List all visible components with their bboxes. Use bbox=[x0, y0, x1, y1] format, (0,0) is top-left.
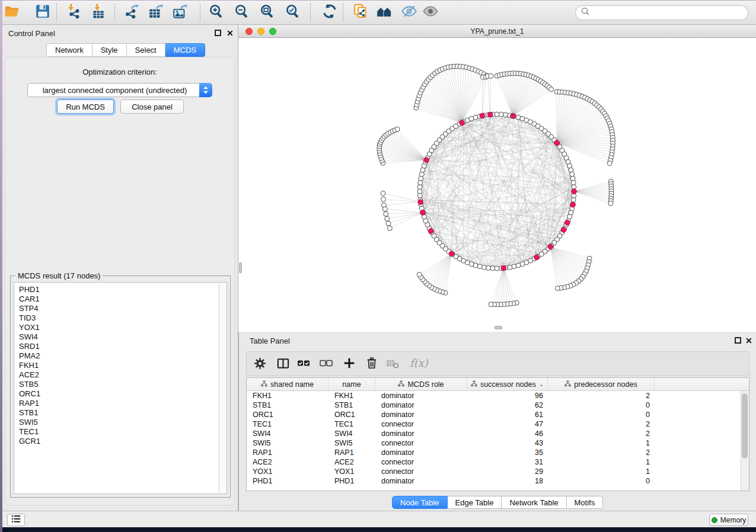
mcds-result-item[interactable]: FKH1 bbox=[19, 361, 218, 370]
table-settings-button[interactable] bbox=[251, 356, 268, 373]
close-panel-button[interactable]: Close panel bbox=[120, 100, 184, 114]
mcds-result-item[interactable]: SRD1 bbox=[19, 342, 218, 351]
tab-mcds[interactable]: MCDS bbox=[165, 43, 205, 57]
network-hscrollbar-thumb[interactable] bbox=[495, 326, 502, 329]
export-image-button[interactable] bbox=[171, 3, 190, 22]
tab-node-table[interactable]: Node Table bbox=[392, 496, 448, 509]
tab-motifs[interactable]: Motifs bbox=[567, 496, 604, 509]
mcds-list-scrollbar[interactable] bbox=[219, 283, 227, 493]
table-row[interactable]: YOX1 YOX1 connector 29 1 bbox=[247, 467, 741, 476]
column-header-mcds-role[interactable]: MCDS role bbox=[375, 378, 467, 390]
mcds-tab-content: Optimization criterion: largest connecte… bbox=[5, 57, 235, 505]
search-field[interactable] bbox=[575, 5, 748, 20]
table-row[interactable]: ORC1 ORC1 dominator 61 0 bbox=[247, 410, 741, 419]
mcds-result-item[interactable]: SWI5 bbox=[19, 418, 218, 427]
task-history-button[interactable] bbox=[7, 514, 25, 526]
mcds-result-item[interactable]: STB5 bbox=[19, 380, 218, 389]
zoom-out-button[interactable] bbox=[232, 3, 251, 22]
memory-label: Memory bbox=[720, 516, 746, 524]
control-panel-tabs: Network Style Select MCDS bbox=[46, 43, 205, 57]
column-header-predecessor-nodes[interactable]: predecessor nodes bbox=[548, 378, 655, 390]
plus-icon bbox=[343, 357, 356, 372]
mcds-result-item[interactable]: RAP1 bbox=[19, 399, 218, 408]
zoom-in-button[interactable] bbox=[207, 3, 226, 22]
mcds-result-item[interactable]: PMA2 bbox=[19, 351, 218, 361]
column-header-shared-name[interactable]: shared name bbox=[247, 378, 328, 390]
table-toolbar: f(x) bbox=[246, 351, 749, 376]
show-all-button[interactable] bbox=[421, 3, 440, 22]
toolbar-separator bbox=[200, 4, 200, 21]
import-table-button[interactable] bbox=[89, 3, 108, 22]
table-row[interactable]: FKH1 FKH1 dominator 96 2 bbox=[247, 391, 741, 400]
eye-slash-icon bbox=[401, 3, 417, 22]
function-builder-button[interactable]: f(x) bbox=[408, 356, 432, 373]
gear-icon bbox=[253, 357, 267, 373]
table-row[interactable]: RAP1 RAP1 dominator 35 2 bbox=[247, 448, 741, 457]
mcds-result-item[interactable]: ACE2 bbox=[19, 370, 218, 380]
mcds-result-item[interactable]: STB1 bbox=[19, 408, 218, 418]
houses-button[interactable] bbox=[375, 3, 394, 22]
table-row[interactable]: ACE2 ACE2 connector 31 1 bbox=[247, 457, 741, 467]
mcds-result-item[interactable]: TID3 bbox=[19, 313, 218, 323]
mcds-result-item[interactable]: YOX1 bbox=[19, 323, 218, 332]
export-network-button[interactable] bbox=[122, 3, 141, 22]
close-panel-icon[interactable]: ✕ bbox=[227, 30, 234, 37]
memory-button[interactable]: Memory bbox=[709, 514, 748, 526]
table-scrollbar[interactable] bbox=[741, 391, 749, 491]
tab-network-table[interactable]: Network Table bbox=[502, 496, 566, 509]
column-header-name[interactable]: name bbox=[328, 378, 375, 390]
table-scrollbar-thumb[interactable] bbox=[742, 393, 748, 459]
mcds-result-list[interactable]: PHD1CAR1STP4TID3YOX1SWI4SRD1PMA2FKH1ACE2… bbox=[14, 283, 218, 493]
mcds-result-item[interactable]: TEC1 bbox=[19, 427, 218, 437]
mcds-result-item[interactable]: PHD1 bbox=[19, 285, 218, 294]
zoom-selected-button[interactable] bbox=[283, 3, 302, 22]
hide-selected-button[interactable] bbox=[400, 3, 419, 22]
tab-style[interactable]: Style bbox=[92, 43, 127, 57]
tab-network[interactable]: Network bbox=[46, 43, 92, 57]
tab-edge-table[interactable]: Edge Table bbox=[448, 496, 502, 509]
mcds-result-item[interactable]: SWI4 bbox=[19, 332, 218, 342]
delete-table-button[interactable] bbox=[384, 356, 401, 373]
import-network-button[interactable] bbox=[64, 3, 83, 22]
mcds-result-item[interactable]: ORC1 bbox=[19, 389, 218, 399]
zoom-fit-button[interactable] bbox=[258, 3, 277, 22]
float-window-icon[interactable] bbox=[215, 30, 221, 36]
mcds-result-item[interactable]: CAR1 bbox=[19, 294, 218, 304]
column-header-filler bbox=[655, 378, 749, 390]
open-file-button[interactable] bbox=[2, 3, 21, 22]
table-panel: Table Panel ✕ f(x) shared name bbox=[238, 332, 756, 511]
refresh-network-button[interactable] bbox=[320, 3, 339, 22]
svg-text:f(x): f(x) bbox=[410, 357, 429, 369]
table-row[interactable]: SWI4 SWI4 dominator 46 2 bbox=[247, 429, 741, 438]
close-table-panel-icon[interactable]: ✕ bbox=[745, 338, 752, 344]
add-column-button[interactable] bbox=[341, 356, 358, 373]
toolbar-separator bbox=[56, 4, 57, 21]
deselect-all-rows-button[interactable] bbox=[318, 356, 334, 373]
mcds-result-item[interactable]: STP4 bbox=[19, 304, 218, 313]
tab-select[interactable]: Select bbox=[127, 43, 165, 57]
table-header-row: shared name name MCDS role successor nod… bbox=[247, 378, 749, 391]
run-mcds-button[interactable]: Run MCDS bbox=[57, 100, 114, 114]
refresh-icon bbox=[321, 3, 338, 22]
table-row[interactable]: SWI5 SWI5 connector 43 1 bbox=[247, 438, 741, 448]
show-columns-button[interactable] bbox=[275, 356, 291, 373]
table-row[interactable]: PHD1 PHD1 dominator 18 0 bbox=[247, 476, 741, 486]
main-toolbar bbox=[2, 1, 756, 25]
duplicate-network-button[interactable] bbox=[351, 3, 370, 22]
delete-column-button[interactable] bbox=[363, 356, 380, 373]
optimization-criterion-select[interactable]: largest connected component (undirected) bbox=[27, 83, 212, 97]
table-row[interactable]: TEC1 TEC1 connector 47 2 bbox=[247, 419, 741, 429]
network-vscrollbar-thumb[interactable] bbox=[239, 262, 242, 273]
mcds-result-item[interactable]: GCR1 bbox=[19, 437, 218, 446]
cytoscape-window: Control Panel ✕ Network Style Select MCD… bbox=[2, 1, 756, 527]
export-table-button[interactable] bbox=[146, 3, 165, 22]
network-canvas[interactable] bbox=[238, 38, 756, 331]
tree-icon bbox=[398, 380, 404, 389]
column-header-successor-nodes[interactable]: successor nodes⌄ bbox=[467, 378, 548, 390]
save-session-button[interactable] bbox=[33, 3, 52, 22]
table-row[interactable]: STB1 STB1 dominator 62 0 bbox=[247, 400, 741, 410]
float-table-panel-icon[interactable] bbox=[735, 337, 741, 344]
select-all-rows-button[interactable] bbox=[295, 356, 312, 373]
search-input[interactable] bbox=[591, 7, 748, 19]
checked-boxes-icon bbox=[296, 356, 311, 373]
